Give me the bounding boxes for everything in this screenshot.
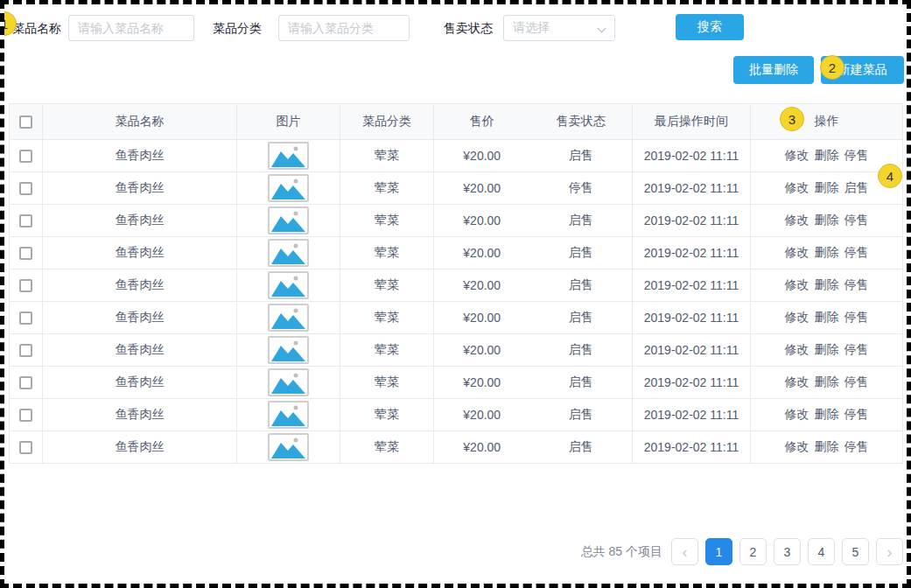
dish-ops-cell: 修改删除停售: [751, 237, 903, 270]
dish-name-cell: 鱼香肉丝: [43, 399, 237, 431]
dish-image-placeholder-icon[interactable]: [268, 271, 309, 299]
dish-name-cell: 鱼香肉丝: [43, 140, 237, 172]
toggle-sale-action[interactable]: 停售: [844, 310, 869, 324]
delete-action[interactable]: 删除: [815, 277, 839, 291]
modify-action[interactable]: 修改: [785, 439, 809, 453]
modify-action[interactable]: 修改: [785, 245, 809, 259]
delete-action[interactable]: 删除: [815, 407, 839, 421]
header-price: 售价: [434, 104, 530, 140]
modify-action[interactable]: 修改: [785, 342, 809, 356]
dish-name-input[interactable]: [68, 15, 194, 41]
row-checkbox[interactable]: [19, 247, 32, 260]
dish-price-cell: ¥20.00: [434, 367, 530, 399]
modify-action[interactable]: 修改: [785, 213, 809, 227]
modify-action[interactable]: 修改: [785, 277, 809, 291]
table-row: 鱼香肉丝 荤菜 ¥20.00 启售 2019-02-02 11:11 修改删除停…: [10, 367, 903, 399]
dish-image-placeholder-icon[interactable]: [268, 239, 309, 267]
dish-status-cell: 启售: [530, 140, 633, 172]
batch-delete-button[interactable]: 批量删除: [733, 56, 814, 84]
modify-action[interactable]: 修改: [785, 407, 809, 421]
dish-image-placeholder-icon[interactable]: [268, 433, 309, 461]
toggle-sale-action[interactable]: 停售: [844, 148, 869, 162]
table-row: 鱼香肉丝 荤菜 ¥20.00 启售 2019-02-02 11:11 修改删除停…: [10, 270, 903, 302]
row-checkbox[interactable]: [19, 279, 32, 292]
dish-price-cell: ¥20.00: [434, 270, 530, 302]
row-checkbox[interactable]: [19, 409, 32, 422]
dish-name-cell: 鱼香肉丝: [43, 172, 237, 205]
row-checkbox[interactable]: [19, 214, 32, 228]
table-row: 鱼香肉丝 荤菜 ¥20.00 启售 2019-02-02 11:11 修改删除停…: [10, 302, 903, 334]
row-checkbox[interactable]: [19, 344, 32, 357]
toggle-sale-action[interactable]: 停售: [844, 407, 869, 421]
row-checkbox[interactable]: [19, 441, 32, 454]
dish-name-cell: 鱼香肉丝: [43, 237, 237, 270]
dish-price-cell: ¥20.00: [434, 399, 530, 431]
dish-image-placeholder-icon[interactable]: [268, 206, 309, 234]
toggle-sale-action[interactable]: 停售: [844, 245, 869, 259]
dish-ops-cell: 修改删除停售: [751, 205, 903, 237]
pagination-page-3[interactable]: 3: [774, 538, 801, 565]
table-row: 鱼香肉丝 荤菜 ¥20.00 启售 2019-02-02 11:11 修改删除停…: [10, 399, 903, 431]
delete-action[interactable]: 删除: [815, 213, 839, 227]
dish-time-cell: 2019-02-02 11:11: [633, 431, 751, 464]
dish-category-cell: 荤菜: [340, 334, 434, 367]
toggle-sale-action[interactable]: 停售: [844, 342, 869, 356]
modify-action[interactable]: 修改: [785, 310, 809, 324]
modify-action[interactable]: 修改: [785, 374, 809, 388]
toggle-sale-action[interactable]: 停售: [844, 213, 869, 227]
dish-name-cell: 鱼香肉丝: [43, 270, 237, 302]
toggle-sale-action[interactable]: 启售: [844, 180, 869, 194]
toggle-sale-action[interactable]: 停售: [844, 277, 869, 291]
row-checkbox[interactable]: [19, 376, 32, 389]
dish-image-placeholder-icon[interactable]: [268, 304, 309, 332]
delete-action[interactable]: 删除: [815, 310, 839, 324]
row-checkbox[interactable]: [19, 312, 32, 325]
delete-action[interactable]: 删除: [815, 180, 839, 194]
dish-ops-cell: 修改删除停售: [751, 270, 903, 302]
dish-image-placeholder-icon[interactable]: [268, 401, 309, 429]
sale-status-select-value: 请选择: [513, 20, 550, 36]
dish-status-cell: 启售: [530, 334, 633, 367]
dish-image-placeholder-icon[interactable]: [268, 336, 309, 364]
pagination-page-1[interactable]: 1: [705, 538, 732, 565]
dish-image-placeholder-icon[interactable]: [268, 174, 309, 202]
delete-action[interactable]: 删除: [815, 342, 839, 356]
dish-name-cell: 鱼香肉丝: [43, 302, 237, 334]
search-button[interactable]: 搜索: [676, 14, 744, 40]
row-checkbox[interactable]: [19, 182, 32, 195]
modify-action[interactable]: 修改: [785, 180, 809, 194]
dish-price-cell: ¥20.00: [434, 431, 530, 464]
row-checkbox[interactable]: [19, 150, 32, 163]
dish-image-placeholder-icon[interactable]: [268, 368, 309, 396]
dish-time-cell: 2019-02-02 11:11: [633, 270, 751, 302]
pagination-page-5[interactable]: 5: [842, 538, 869, 565]
dish-category-cell: 荤菜: [340, 140, 434, 172]
dish-status-cell: 启售: [530, 237, 633, 270]
dish-category-cell: 荤菜: [340, 431, 434, 464]
sale-status-select[interactable]: 请选择: [503, 15, 615, 41]
pagination-page-4[interactable]: 4: [808, 538, 835, 565]
dish-ops-cell: 修改删除停售: [751, 431, 903, 464]
delete-action[interactable]: 删除: [815, 148, 839, 162]
delete-action[interactable]: 删除: [815, 439, 839, 453]
delete-action[interactable]: 删除: [815, 245, 839, 259]
table-row: 鱼香肉丝 荤菜 ¥20.00 启售 2019-02-02 11:11 修改删除停…: [10, 140, 903, 172]
delete-action[interactable]: 删除: [815, 374, 839, 388]
dish-time-cell: 2019-02-02 11:11: [633, 367, 751, 399]
toggle-sale-action[interactable]: 停售: [844, 374, 869, 388]
dish-category-input[interactable]: [278, 15, 410, 41]
dish-table-body: 鱼香肉丝 荤菜 ¥20.00 启售 2019-02-02 11:11 修改删除停…: [10, 140, 903, 464]
dish-price-cell: ¥20.00: [434, 172, 530, 205]
dish-time-cell: 2019-02-02 11:11: [633, 237, 751, 270]
dish-image-placeholder-icon[interactable]: [268, 142, 309, 170]
table-row: 鱼香肉丝 荤菜 ¥20.00 启售 2019-02-02 11:11 修改删除停…: [10, 431, 903, 464]
pagination-page-2[interactable]: 2: [739, 538, 767, 565]
toggle-sale-action[interactable]: 停售: [844, 439, 869, 453]
select-all-checkbox[interactable]: [19, 116, 32, 129]
table-header-row: 菜品名称 图片 菜品分类 售价 售卖状态 最后操作时间 操作: [10, 104, 903, 140]
dish-category-cell: 荤菜: [340, 172, 434, 205]
modify-action[interactable]: 修改: [785, 148, 809, 162]
sale-status-label: 售卖状态: [444, 19, 493, 37]
pagination-prev[interactable]: ‹: [671, 538, 698, 565]
pagination-next[interactable]: ›: [876, 538, 903, 565]
